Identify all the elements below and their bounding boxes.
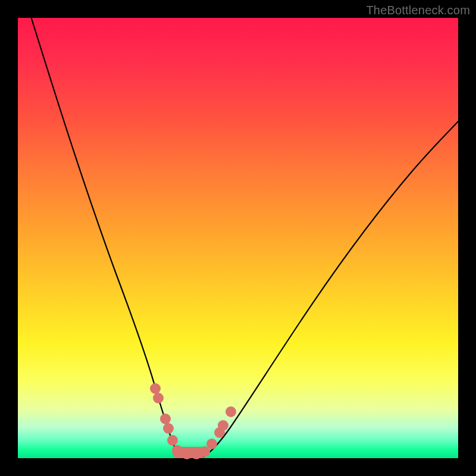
marker-point: [160, 414, 171, 424]
marker-point: [150, 383, 161, 394]
marker-point: [206, 439, 217, 449]
marker-point: [226, 406, 236, 417]
marker-point: [167, 435, 178, 446]
watermark-text: TheBottleneck.com: [366, 4, 470, 17]
marker-point: [153, 393, 164, 403]
marker-point: [172, 445, 183, 456]
marker-point: [181, 449, 192, 459]
marker-point: [163, 423, 174, 434]
curve-overlay: [18, 18, 458, 458]
marker-point: [218, 420, 228, 431]
right-curve: [202, 120, 459, 457]
left-curve: [31, 17, 184, 457]
chart-frame: TheBottleneck.com: [0, 0, 476, 476]
